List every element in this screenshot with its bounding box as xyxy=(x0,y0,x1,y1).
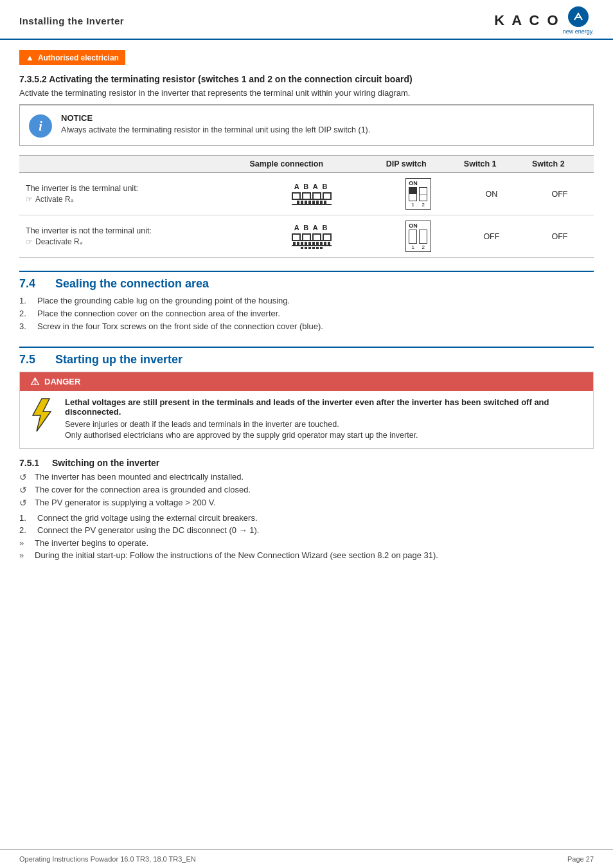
danger-line1: Severe injuries or death if the leads an… xyxy=(65,420,585,429)
section-751-heading: 7.5.1 Switching on the inverter xyxy=(19,458,594,468)
arrow-icon: ☞ xyxy=(26,237,33,246)
list-item: 1. Place the grounding cable lug on the … xyxy=(19,296,594,305)
list-num: 2. xyxy=(19,309,31,318)
new-energy-text: new energy. xyxy=(563,28,594,35)
notice-text: Always activate the terminating resistor… xyxy=(61,125,370,134)
prereq-icon: ↺ xyxy=(19,485,30,495)
section-75-heading: 7.5 Starting up the inverter xyxy=(19,353,594,366)
list-item: ↺ The cover for the connection area is g… xyxy=(19,485,594,495)
kaco-logo: K A C O new energy. xyxy=(494,6,594,35)
list-item: ↺ The PV generator is supplying a voltag… xyxy=(19,498,594,508)
section-75-num: 7.5 xyxy=(19,353,45,366)
connection-table: Sample connection DIP switch Switch 1 Sw… xyxy=(19,155,594,258)
row2-sample: A B A B xyxy=(244,215,380,258)
page-header: Installing the Inverter K A C O new ener… xyxy=(0,0,613,40)
col-header-sw2: Switch 2 xyxy=(526,156,594,173)
section-74: 7.4 Sealing the connection area xyxy=(19,271,594,291)
row2-sub: ☞ Deactivate Rₐ xyxy=(26,237,237,246)
row2-sw1: OFF xyxy=(458,215,526,258)
info-icon: i xyxy=(39,119,42,134)
col-header-sample: Sample connection xyxy=(244,156,380,173)
auth-badge: ▲ Authorised electrician xyxy=(19,50,125,65)
danger-body: Lethal voltages are still present in the… xyxy=(20,391,593,448)
warning-icon: ▲ xyxy=(26,53,34,62)
row1-sw1: ON xyxy=(458,173,526,215)
section-75: 7.5 Starting up the inverter xyxy=(19,347,594,366)
row1-sub: ☞ Activate Rₐ xyxy=(26,195,237,204)
danger-label: DANGER xyxy=(44,377,80,386)
prereq-icon: ↺ xyxy=(19,472,30,482)
step-num: 1. xyxy=(19,513,31,523)
section-74-num: 7.4 xyxy=(19,277,45,291)
row1-sw2: OFF xyxy=(526,173,594,215)
col-header-sw1: Switch 1 xyxy=(458,156,526,173)
notice-icon: i xyxy=(29,114,52,138)
page-footer: Operating Instructions Powador 16.0 TR3,… xyxy=(0,849,613,868)
section-751-num: 7.5.1 xyxy=(19,458,39,468)
col-header-dip: DIP switch xyxy=(380,156,458,173)
arrow-item: » The inverter begins to operate. xyxy=(19,538,594,548)
abab-diagram-1: A B A B xyxy=(250,183,373,205)
auth-badge-label: Authorised electrician xyxy=(38,53,119,62)
prereq-list: ↺ The inverter has been mounted and elec… xyxy=(19,472,594,508)
step-num: 2. xyxy=(19,525,31,535)
steps-list: 1. Connect the grid voltage using the ex… xyxy=(19,513,594,535)
list-item: 3. Screw in the four Torx screws on the … xyxy=(19,321,594,331)
list-item: ↺ The inverter has been mounted and elec… xyxy=(19,472,594,482)
svg-marker-2 xyxy=(33,399,51,431)
section-74-heading: 7.4 Sealing the connection area xyxy=(19,277,594,291)
list-num: 1. xyxy=(19,296,31,305)
danger-box: ⚠ DANGER Lethal voltages are still prese… xyxy=(19,372,594,449)
section-7352-heading: 7.3.5.2 Activating the terminating resis… xyxy=(19,74,594,84)
header-title: Installing the Inverter xyxy=(19,15,124,26)
list-item: 2. Connect the PV generator using the DC… xyxy=(19,525,594,535)
prereq-icon: ↺ xyxy=(19,498,30,508)
arrow-sym-icon: » xyxy=(19,538,30,548)
section-751-title: Switching on the inverter xyxy=(52,458,159,468)
notice-box: i NOTICE Always activate the terminating… xyxy=(19,104,594,146)
row1-dip: ON 1 2 xyxy=(380,173,458,215)
row1-desc: The inverter is the terminal unit: ☞ Act… xyxy=(19,173,244,215)
notice-content: NOTICE Always activate the terminating r… xyxy=(61,113,370,134)
list-item: 1. Connect the grid voltage using the ex… xyxy=(19,513,594,523)
main-content: ▲ Authorised electrician 7.3.5.2 Activat… xyxy=(0,40,613,601)
danger-header: ⚠ DANGER xyxy=(20,372,593,391)
section-74-title: Sealing the connection area xyxy=(55,277,209,291)
section-74-list: 1. Place the grounding cable lug on the … xyxy=(19,296,594,331)
col-header-desc xyxy=(19,156,244,173)
row2-dip: ON 1 2 xyxy=(380,215,458,258)
danger-text: Lethal voltages are still present in the… xyxy=(65,397,585,442)
section-7352-description: Activate the terminating resistor in the… xyxy=(19,88,594,98)
arrow-item: » During the initial start-up: Follow th… xyxy=(19,550,594,560)
notice-title: NOTICE xyxy=(61,113,370,123)
kaco-icon xyxy=(568,6,589,27)
footer-right: Page 27 xyxy=(567,855,594,863)
table-row: The inverter is not the terminal unit: ☞… xyxy=(19,215,594,258)
danger-triangle-icon: ⚠ xyxy=(30,375,39,388)
table-row: The inverter is the terminal unit: ☞ Act… xyxy=(19,173,594,215)
list-num: 3. xyxy=(19,321,31,331)
danger-bold-text: Lethal voltages are still present in the… xyxy=(65,397,585,417)
arrow-sym-icon: » xyxy=(19,550,30,560)
lightning-icon xyxy=(28,397,56,429)
danger-line2: Only authorised electricians who are app… xyxy=(65,431,585,440)
section-75-title: Starting up the inverter xyxy=(55,353,182,366)
row2-sw2: OFF xyxy=(526,215,594,258)
abab-diagram-2: A B A B xyxy=(250,224,373,249)
kaco-logo-text: K A C O xyxy=(494,12,560,29)
list-item: 2. Place the connection cover on the con… xyxy=(19,309,594,318)
footer-left: Operating Instructions Powador 16.0 TR3,… xyxy=(19,855,196,863)
arrow-icon: ☞ xyxy=(26,195,33,204)
row2-desc: The inverter is not the terminal unit: ☞… xyxy=(19,215,244,258)
row1-sample: A B A B xyxy=(244,173,380,215)
